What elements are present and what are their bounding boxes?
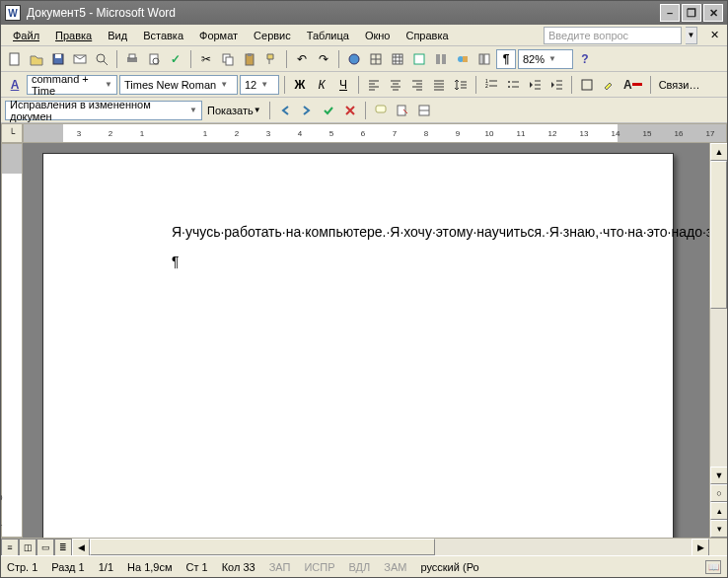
prev-page-button[interactable]: ▴: [710, 502, 727, 520]
status-col: Кол 33: [222, 561, 255, 573]
open-button[interactable]: [27, 49, 46, 69]
undo-button[interactable]: ↶: [292, 49, 312, 69]
bullet-list-button[interactable]: [503, 75, 523, 95]
drawing-button[interactable]: [453, 49, 473, 69]
status-language[interactable]: русский (Ро: [420, 561, 478, 573]
menu-file[interactable]: Файл: [7, 28, 45, 43]
web-view-button[interactable]: ◫: [19, 539, 36, 555]
redo-button[interactable]: ↷: [314, 49, 333, 69]
document-page[interactable]: Я·учусь·работать·на·компьютере.·Я·хочу·э…: [42, 153, 674, 538]
excel-button[interactable]: [409, 49, 429, 69]
borders-button[interactable]: [577, 75, 597, 95]
vscroll-thumb[interactable]: [710, 161, 727, 309]
cut-button[interactable]: ✂: [196, 49, 216, 69]
book-icon[interactable]: 📖: [705, 560, 721, 574]
menu-insert[interactable]: Вставка: [137, 28, 189, 43]
status-rec[interactable]: ЗАП: [269, 561, 291, 573]
close-doc-button[interactable]: ✕: [707, 29, 721, 42]
menu-window[interactable]: Окно: [359, 28, 397, 43]
show-marks-button[interactable]: ¶: [496, 49, 516, 69]
scroll-down-button[interactable]: ▼: [710, 467, 727, 484]
hscroll-thumb[interactable]: [90, 539, 435, 555]
menu-view[interactable]: Вид: [102, 28, 133, 43]
minimize-button[interactable]: –: [660, 4, 680, 22]
status-trk[interactable]: ИСПР: [304, 561, 334, 573]
paragraph-2[interactable]: ¶: [172, 253, 554, 272]
menu-tools[interactable]: Сервис: [248, 28, 297, 43]
print-button[interactable]: [122, 49, 142, 69]
copy-button[interactable]: [218, 49, 238, 69]
scroll-left-button[interactable]: ◀: [72, 539, 90, 555]
close-button[interactable]: ✕: [703, 4, 723, 22]
email-button[interactable]: [70, 49, 90, 69]
indent-button[interactable]: [546, 75, 566, 95]
spellcheck-button[interactable]: ✓: [166, 49, 185, 69]
doc-map-button[interactable]: [474, 49, 494, 69]
menu-table[interactable]: Таблица: [301, 28, 355, 43]
maximize-button[interactable]: ❐: [682, 4, 701, 22]
help-button[interactable]: ?: [575, 49, 595, 69]
align-right-button[interactable]: [407, 75, 427, 95]
underline-button[interactable]: Ч: [333, 75, 353, 95]
highlight-button[interactable]: [599, 75, 619, 95]
prev-change-button[interactable]: [275, 101, 295, 120]
outline-view-button[interactable]: ≣: [54, 539, 72, 555]
tables-borders-button[interactable]: [366, 49, 386, 69]
font-color-button[interactable]: A: [620, 75, 645, 95]
svg-rect-63: [582, 80, 592, 90]
links-button[interactable]: Связи…: [656, 75, 703, 95]
search-button[interactable]: [92, 49, 111, 69]
styles-pane-button[interactable]: A: [5, 75, 25, 95]
outdent-button[interactable]: [525, 75, 545, 95]
track-changes-button[interactable]: [393, 101, 412, 120]
italic-button[interactable]: К: [312, 75, 331, 95]
hyperlink-button[interactable]: [344, 49, 364, 69]
status-ext[interactable]: ВДЛ: [349, 561, 371, 573]
font-combo[interactable]: Times New Roman▼: [119, 75, 238, 95]
vertical-scrollbar[interactable]: ▲ ▼ ○ ▴ ▾: [709, 143, 727, 538]
next-page-button[interactable]: ▾: [710, 520, 727, 538]
browse-object-button[interactable]: ○: [710, 484, 727, 502]
zoom-combo[interactable]: 82%▼: [518, 49, 573, 69]
svg-rect-65: [376, 106, 386, 112]
fontsize-combo[interactable]: 12▼: [240, 75, 279, 95]
show-button[interactable]: Показать ▼: [204, 101, 264, 120]
ask-question-input[interactable]: Введите вопрос: [544, 27, 682, 44]
scroll-up-button[interactable]: ▲: [710, 143, 727, 161]
align-left-button[interactable]: [364, 75, 384, 95]
accept-change-button[interactable]: [319, 101, 338, 120]
display-for-review-combo[interactable]: Исправления в измененном докумен▼: [5, 101, 202, 120]
horizontal-scrollbar[interactable]: ◀ ▶: [72, 539, 709, 555]
save-button[interactable]: [48, 49, 68, 69]
bold-button[interactable]: Ж: [290, 75, 310, 95]
print-layout-button[interactable]: ▭: [36, 539, 54, 555]
reviewing-pane-button[interactable]: [414, 101, 434, 120]
menu-format[interactable]: Формат: [193, 28, 244, 43]
new-comment-button[interactable]: [371, 101, 391, 120]
menu-help[interactable]: Справка: [400, 28, 454, 43]
new-doc-button[interactable]: [5, 49, 25, 69]
status-ovr[interactable]: ЗАМ: [384, 561, 406, 573]
style-combo[interactable]: command + Time▼: [27, 75, 117, 95]
print-preview-button[interactable]: [144, 49, 164, 69]
line-spacing-button[interactable]: [451, 75, 471, 95]
scroll-right-button[interactable]: ▶: [692, 539, 709, 555]
paste-button[interactable]: [240, 49, 259, 69]
numbered-list-button[interactable]: 12: [481, 75, 501, 95]
next-change-button[interactable]: [297, 101, 317, 120]
insert-table-button[interactable]: [388, 49, 407, 69]
columns-button[interactable]: [431, 49, 451, 69]
ask-dropdown-icon[interactable]: ▼: [686, 27, 697, 44]
vscroll-track[interactable]: [710, 161, 727, 467]
paragraph-1[interactable]: Я·учусь·работать·на·компьютере.·Я·хочу·э…: [172, 223, 554, 243]
hscroll-track[interactable]: [90, 539, 692, 555]
menu-edit[interactable]: Правка: [49, 28, 98, 43]
align-justify-button[interactable]: [429, 75, 449, 95]
horizontal-ruler[interactable]: 3211234567891011121314151617: [23, 123, 727, 143]
reject-change-button[interactable]: [340, 101, 360, 120]
vertical-ruler[interactable]: 211234567891011: [1, 143, 23, 538]
format-painter-button[interactable]: [261, 49, 281, 69]
tab-selector[interactable]: └: [1, 123, 23, 143]
normal-view-button[interactable]: ≡: [1, 539, 19, 555]
align-center-button[interactable]: [386, 75, 405, 95]
